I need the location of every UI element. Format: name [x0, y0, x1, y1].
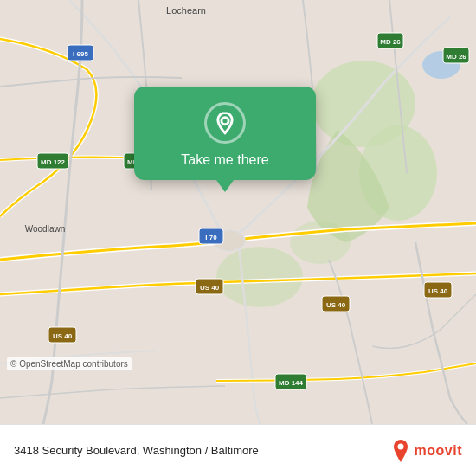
svg-text:MD 122: MD 122: [41, 158, 66, 166]
bottom-bar: 3418 Security Boulevard, Washington / Ba…: [0, 424, 476, 476]
osm-credit: © OpenStreetMap contributors: [7, 357, 132, 370]
moovit-wordmark: moovit: [415, 443, 462, 459]
svg-point-31: [222, 118, 228, 125]
take-me-there-button[interactable]: Take me there: [181, 152, 268, 168]
svg-text:US 40: US 40: [428, 287, 448, 295]
svg-text:US 40: US 40: [200, 284, 220, 292]
svg-point-32: [397, 443, 403, 449]
svg-text:I 70: I 70: [205, 234, 217, 241]
svg-text:I 695: I 695: [73, 50, 88, 58]
svg-text:MD 26: MD 26: [446, 53, 466, 61]
location-icon-wrap: [204, 102, 246, 144]
svg-text:US 40: US 40: [53, 332, 73, 340]
svg-text:US 40: US 40: [326, 301, 346, 309]
moovit-logo: moovit: [390, 439, 462, 463]
svg-text:MD 26: MD 26: [380, 38, 401, 46]
svg-text:MD 144: MD 144: [279, 379, 304, 387]
popup-card[interactable]: Take me there: [134, 87, 316, 180]
svg-point-3: [216, 247, 303, 307]
address-text: 3418 Security Boulevard, Washington / Ba…: [14, 444, 390, 457]
map-container: I 695 MD 26 MD 26 MD 122 MD 122 I 70 US …: [0, 0, 476, 424]
location-pin-icon: [213, 111, 237, 135]
moovit-pin-icon: [390, 439, 411, 463]
svg-text:Lochearn: Lochearn: [166, 5, 206, 16]
svg-text:Woodlawn: Woodlawn: [25, 224, 66, 234]
